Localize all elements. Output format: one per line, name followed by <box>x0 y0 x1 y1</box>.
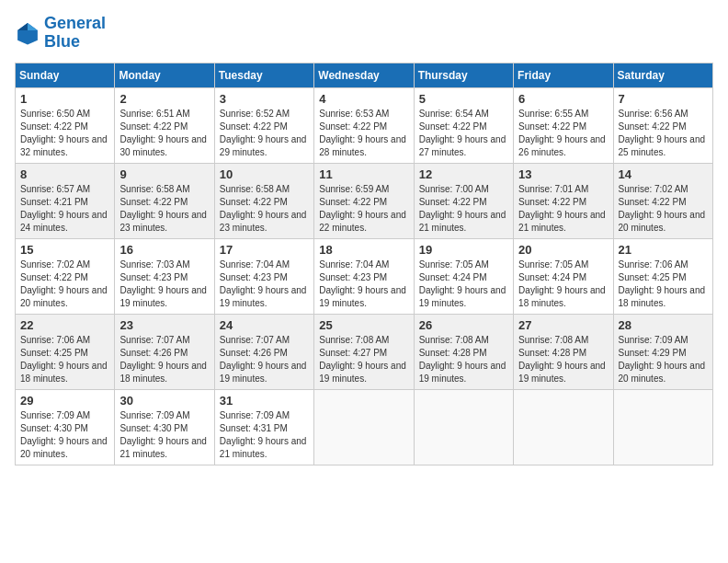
logo-text: General Blue <box>44 15 106 52</box>
day-of-week-header: Wednesday <box>314 63 414 87</box>
day-of-week-header: Monday <box>115 63 214 87</box>
calendar-day-cell: 5 Sunrise: 6:54 AM Sunset: 4:22 PM Dayli… <box>414 87 513 163</box>
calendar-body: 1 Sunrise: 6:50 AM Sunset: 4:22 PM Dayli… <box>16 87 713 465</box>
day-info: Sunrise: 7:00 AM Sunset: 4:22 PM Dayligh… <box>419 183 508 235</box>
day-of-week-header: Saturday <box>613 63 712 87</box>
calendar-day-cell: 6 Sunrise: 6:55 AM Sunset: 4:22 PM Dayli… <box>514 87 613 163</box>
day-number: 11 <box>319 167 408 181</box>
calendar-day-cell: 7 Sunrise: 6:56 AM Sunset: 4:22 PM Dayli… <box>613 87 712 163</box>
logo: General Blue <box>15 15 106 52</box>
calendar-day-cell: 11 Sunrise: 6:59 AM Sunset: 4:22 PM Dayl… <box>314 163 414 238</box>
day-number: 5 <box>419 92 508 106</box>
day-number: 25 <box>319 318 408 332</box>
day-info: Sunrise: 7:08 AM Sunset: 4:28 PM Dayligh… <box>419 334 508 385</box>
day-info: Sunrise: 7:07 AM Sunset: 4:26 PM Dayligh… <box>119 334 209 385</box>
day-info: Sunrise: 6:58 AM Sunset: 4:22 PM Dayligh… <box>220 183 309 235</box>
calendar-week-row: 15 Sunrise: 7:02 AM Sunset: 4:22 PM Dayl… <box>16 238 713 314</box>
day-info: Sunrise: 7:09 AM Sunset: 4:31 PM Dayligh… <box>220 409 309 461</box>
calendar-table: SundayMondayTuesdayWednesdayThursdayFrid… <box>15 63 713 465</box>
svg-marker-1 <box>28 23 38 30</box>
day-info: Sunrise: 7:07 AM Sunset: 4:26 PM Dayligh… <box>220 334 309 385</box>
calendar-day-cell: 8 Sunrise: 6:57 AM Sunset: 4:21 PM Dayli… <box>16 163 115 238</box>
day-number: 23 <box>119 318 209 332</box>
day-info: Sunrise: 6:51 AM Sunset: 4:22 PM Dayligh… <box>119 108 209 159</box>
calendar-day-cell: 19 Sunrise: 7:05 AM Sunset: 4:24 PM Dayl… <box>414 238 513 314</box>
calendar-day-cell: 3 Sunrise: 6:52 AM Sunset: 4:22 PM Dayli… <box>214 87 313 163</box>
day-number: 29 <box>20 394 109 408</box>
day-number: 7 <box>619 92 708 106</box>
day-number: 4 <box>319 92 408 106</box>
day-number: 8 <box>20 167 109 181</box>
day-info: Sunrise: 7:06 AM Sunset: 4:25 PM Dayligh… <box>619 259 708 310</box>
calendar-day-cell: 13 Sunrise: 7:01 AM Sunset: 4:22 PM Dayl… <box>514 163 613 238</box>
day-number: 21 <box>619 243 708 257</box>
day-info: Sunrise: 6:53 AM Sunset: 4:22 PM Dayligh… <box>319 108 408 159</box>
day-info: Sunrise: 7:04 AM Sunset: 4:23 PM Dayligh… <box>220 259 309 310</box>
day-number: 13 <box>518 167 608 181</box>
day-info: Sunrise: 6:50 AM Sunset: 4:22 PM Dayligh… <box>20 108 109 159</box>
calendar-header-row: SundayMondayTuesdayWednesdayThursdayFrid… <box>16 63 713 87</box>
day-number: 30 <box>119 394 209 408</box>
day-number: 6 <box>518 92 608 106</box>
calendar-day-cell: 16 Sunrise: 7:03 AM Sunset: 4:23 PM Dayl… <box>115 238 214 314</box>
day-number: 16 <box>119 243 209 257</box>
day-info: Sunrise: 7:01 AM Sunset: 4:22 PM Dayligh… <box>518 183 608 235</box>
calendar-day-cell: 15 Sunrise: 7:02 AM Sunset: 4:22 PM Dayl… <box>16 238 115 314</box>
day-number: 24 <box>220 318 309 332</box>
day-info: Sunrise: 7:02 AM Sunset: 4:22 PM Dayligh… <box>20 259 109 310</box>
calendar-day-cell <box>414 389 513 465</box>
day-number: 22 <box>20 318 109 332</box>
calendar-week-row: 8 Sunrise: 6:57 AM Sunset: 4:21 PM Dayli… <box>16 163 713 238</box>
calendar-day-cell: 4 Sunrise: 6:53 AM Sunset: 4:22 PM Dayli… <box>314 87 414 163</box>
calendar-day-cell: 14 Sunrise: 7:02 AM Sunset: 4:22 PM Dayl… <box>613 163 712 238</box>
calendar-day-cell: 1 Sunrise: 6:50 AM Sunset: 4:22 PM Dayli… <box>16 87 115 163</box>
day-number: 12 <box>419 167 508 181</box>
calendar-day-cell <box>314 389 414 465</box>
calendar-day-cell: 31 Sunrise: 7:09 AM Sunset: 4:31 PM Dayl… <box>214 389 313 465</box>
day-number: 28 <box>619 318 708 332</box>
calendar-day-cell: 28 Sunrise: 7:09 AM Sunset: 4:29 PM Dayl… <box>613 314 712 389</box>
day-number: 27 <box>518 318 608 332</box>
day-number: 15 <box>20 243 109 257</box>
day-number: 20 <box>518 243 608 257</box>
day-number: 10 <box>220 167 309 181</box>
calendar-week-row: 1 Sunrise: 6:50 AM Sunset: 4:22 PM Dayli… <box>16 87 713 163</box>
day-number: 3 <box>220 92 309 106</box>
day-info: Sunrise: 7:08 AM Sunset: 4:28 PM Dayligh… <box>518 334 608 385</box>
calendar-day-cell: 20 Sunrise: 7:05 AM Sunset: 4:24 PM Dayl… <box>514 238 613 314</box>
day-info: Sunrise: 7:09 AM Sunset: 4:30 PM Dayligh… <box>119 409 209 461</box>
calendar-day-cell: 26 Sunrise: 7:08 AM Sunset: 4:28 PM Dayl… <box>414 314 513 389</box>
calendar-day-cell: 17 Sunrise: 7:04 AM Sunset: 4:23 PM Dayl… <box>214 238 313 314</box>
day-info: Sunrise: 7:05 AM Sunset: 4:24 PM Dayligh… <box>419 259 508 310</box>
calendar-day-cell: 9 Sunrise: 6:58 AM Sunset: 4:22 PM Dayli… <box>115 163 214 238</box>
day-info: Sunrise: 7:05 AM Sunset: 4:24 PM Dayligh… <box>518 259 608 310</box>
day-number: 18 <box>319 243 408 257</box>
day-of-week-header: Friday <box>514 63 613 87</box>
day-info: Sunrise: 6:52 AM Sunset: 4:22 PM Dayligh… <box>220 108 309 159</box>
calendar-day-cell: 29 Sunrise: 7:09 AM Sunset: 4:30 PM Dayl… <box>16 389 115 465</box>
calendar-day-cell: 27 Sunrise: 7:08 AM Sunset: 4:28 PM Dayl… <box>514 314 613 389</box>
calendar-day-cell: 12 Sunrise: 7:00 AM Sunset: 4:22 PM Dayl… <box>414 163 513 238</box>
calendar-week-row: 29 Sunrise: 7:09 AM Sunset: 4:30 PM Dayl… <box>16 389 713 465</box>
day-number: 26 <box>419 318 508 332</box>
day-number: 19 <box>419 243 508 257</box>
calendar-day-cell <box>613 389 712 465</box>
day-info: Sunrise: 6:57 AM Sunset: 4:21 PM Dayligh… <box>20 183 109 235</box>
day-info: Sunrise: 6:59 AM Sunset: 4:22 PM Dayligh… <box>319 183 408 235</box>
day-info: Sunrise: 7:02 AM Sunset: 4:22 PM Dayligh… <box>619 183 708 235</box>
calendar-day-cell <box>514 389 613 465</box>
day-info: Sunrise: 7:09 AM Sunset: 4:30 PM Dayligh… <box>20 409 109 461</box>
calendar-day-cell: 30 Sunrise: 7:09 AM Sunset: 4:30 PM Dayl… <box>115 389 214 465</box>
day-number: 9 <box>119 167 209 181</box>
calendar-day-cell: 24 Sunrise: 7:07 AM Sunset: 4:26 PM Dayl… <box>214 314 313 389</box>
day-info: Sunrise: 7:06 AM Sunset: 4:25 PM Dayligh… <box>20 334 109 385</box>
day-info: Sunrise: 7:08 AM Sunset: 4:27 PM Dayligh… <box>319 334 408 385</box>
logo-icon <box>15 20 40 46</box>
day-number: 14 <box>619 167 708 181</box>
page-header: General Blue <box>15 15 713 52</box>
day-number: 17 <box>220 243 309 257</box>
day-info: Sunrise: 7:09 AM Sunset: 4:29 PM Dayligh… <box>619 334 708 385</box>
day-of-week-header: Sunday <box>16 63 115 87</box>
calendar-day-cell: 25 Sunrise: 7:08 AM Sunset: 4:27 PM Dayl… <box>314 314 414 389</box>
calendar-day-cell: 2 Sunrise: 6:51 AM Sunset: 4:22 PM Dayli… <box>115 87 214 163</box>
